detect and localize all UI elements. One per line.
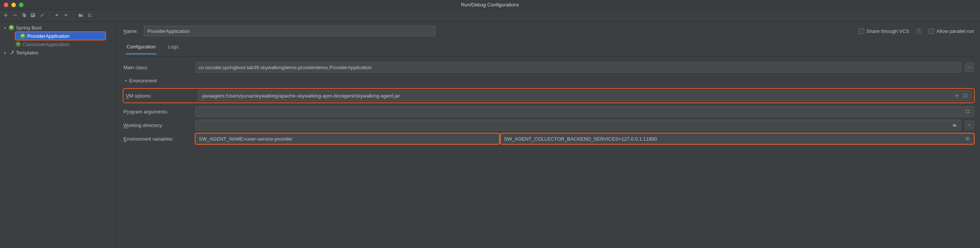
move-down-icon[interactable] <box>63 13 68 19</box>
tab-configuration[interactable]: Configuration <box>126 41 156 54</box>
vm-options-label: VM options: <box>126 93 194 99</box>
sort-icon[interactable] <box>87 13 92 19</box>
titlebar: Run/Debug Configurations <box>0 0 980 10</box>
main-class-input[interactable]: cn.iocoder.springboot.lab39.skywalkingde… <box>196 62 961 73</box>
config-panel: Name: Share through VCS ? Allow parallel… <box>117 22 980 248</box>
browse-folder-icon[interactable] <box>951 122 958 128</box>
working-dir-label: Working directory: <box>123 123 192 128</box>
working-dir-input[interactable] <box>196 120 961 130</box>
program-args-input[interactable] <box>196 106 974 117</box>
expand-chevron-icon: ▾ <box>3 26 7 30</box>
move-up-icon[interactable] <box>54 13 59 19</box>
vm-options-value: -javaagent:/Users/yunai/skywalking/apach… <box>201 93 400 99</box>
share-vcs-checkbox[interactable]: Share through VCS <box>858 28 909 34</box>
main-class-label: Main class: <box>123 65 192 70</box>
config-sidebar: ▾ Spring Boot ProviderApplication Consum… <box>0 22 117 248</box>
tabs-underline <box>123 56 974 57</box>
window-traffic-lights <box>4 3 24 7</box>
env-vars-input[interactable]: SW_AGENT_NAME=user-service-provider SW_A… <box>196 133 974 144</box>
close-window-dot[interactable] <box>4 3 8 7</box>
tree-label: Templates <box>16 50 38 55</box>
zoom-window-dot[interactable] <box>19 3 24 7</box>
vm-options-row: VM options: -javaagent:/Users/yunai/skyw… <box>123 89 974 103</box>
env-vars-row: Environment variables: SW_AGENT_NAME=use… <box>123 133 974 144</box>
name-input-field[interactable] <box>147 28 432 34</box>
env-var-b-value: SW_AGENT_COLLECTOR_BACKEND_SERVICES=127.… <box>504 136 657 142</box>
working-dir-row: Working directory: <box>123 120 974 130</box>
env-var-a-value: SW_AGENT_NAME=user-service-provider <box>199 136 292 142</box>
main-class-value: cn.iocoder.springboot.lab39.skywalkingde… <box>199 65 372 70</box>
spring-boot-icon <box>15 41 21 47</box>
svg-point-6 <box>970 67 971 68</box>
env-var-b[interactable]: SW_AGENT_COLLECTOR_BACKEND_SERVICES=127.… <box>501 133 974 144</box>
share-label-tail: hare through VCS <box>870 28 909 34</box>
name-label: Name: <box>123 28 138 34</box>
copy-config-icon[interactable] <box>21 13 27 19</box>
svg-point-4 <box>967 67 968 68</box>
remove-config-icon[interactable] <box>12 13 18 19</box>
tree-item-label: ConsumerApplication <box>23 41 70 47</box>
right-checks: Share through VCS ? Allow parallel run <box>858 28 974 34</box>
name-input[interactable] <box>144 26 436 36</box>
save-config-icon[interactable] <box>30 13 36 19</box>
spring-boot-icon <box>8 25 14 31</box>
config-toolbar <box>0 10 980 22</box>
tree-item-consumer-app[interactable]: ConsumerApplication <box>0 40 116 48</box>
window-title: Run/Debug Configurations <box>0 2 980 8</box>
tree-item-label: ProviderApplication <box>27 33 70 39</box>
add-config-icon[interactable] <box>3 13 8 19</box>
env-vars-label: Environment variables: <box>123 136 192 142</box>
main-class-row: Main class: cn.iocoder.springboot.lab39.… <box>123 62 974 73</box>
allow-parallel-checkbox[interactable]: Allow parallel run <box>929 28 974 34</box>
program-args-label: Program arguments: <box>123 109 192 115</box>
expand-field-icon[interactable] <box>962 93 968 99</box>
settings-config-icon[interactable] <box>40 13 45 19</box>
tabs: Configuration Logs <box>123 41 974 54</box>
spring-boot-icon <box>20 33 26 39</box>
program-args-row: Program arguments: <box>123 106 974 117</box>
tree-node-springboot[interactable]: ▾ Spring Boot <box>0 24 116 32</box>
insert-macro-icon[interactable] <box>954 93 960 99</box>
toolbar-separator <box>73 13 73 19</box>
tree-node-templates[interactable]: ▸ Templates <box>0 48 116 57</box>
environment-section-header[interactable]: ▾ Environment <box>125 78 974 84</box>
vm-options-input[interactable]: -javaagent:/Users/yunai/skywalking/apach… <box>198 90 972 101</box>
working-dir-dropdown-button[interactable] <box>965 121 974 130</box>
tree-label: Spring Boot <box>16 25 41 31</box>
name-row: Name: Share through VCS ? Allow parallel… <box>123 26 974 36</box>
svg-point-5 <box>969 67 970 68</box>
toolbar-separator <box>49 13 49 19</box>
help-icon[interactable]: ? <box>916 28 922 34</box>
folder-icon[interactable] <box>78 13 83 19</box>
tab-logs[interactable]: Logs <box>167 41 179 54</box>
browse-main-class-button[interactable] <box>965 63 974 72</box>
wrench-icon <box>8 49 14 55</box>
expand-field-icon[interactable] <box>964 109 970 115</box>
edit-env-vars-icon[interactable] <box>964 136 970 142</box>
expand-chevron-icon: ▸ <box>3 51 7 55</box>
minimize-window-dot[interactable] <box>11 3 16 7</box>
tree-item-provider-app[interactable]: ProviderApplication <box>15 32 106 40</box>
svg-rect-0 <box>13 15 17 16</box>
collapse-chevron-icon: ▾ <box>125 79 127 83</box>
env-var-a[interactable]: SW_AGENT_NAME=user-service-provider <box>196 133 499 144</box>
